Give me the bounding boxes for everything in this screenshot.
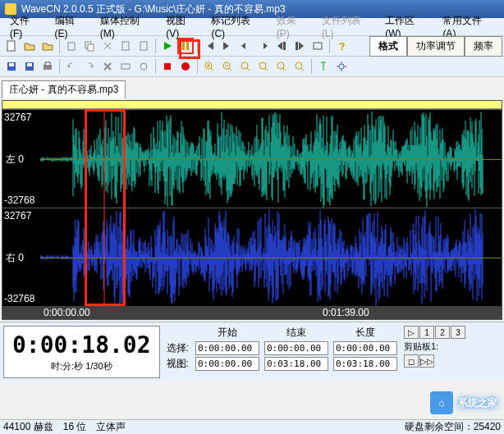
- view-length-input[interactable]: [333, 357, 397, 371]
- channel-left-label: 左 0: [6, 152, 24, 166]
- zoom-out-button[interactable]: [219, 58, 236, 75]
- time-start: 0:00:00.00: [44, 307, 90, 318]
- svg-rect-5: [140, 42, 147, 50]
- svg-rect-6: [182, 42, 185, 50]
- mini-tab-3[interactable]: 3: [451, 326, 465, 339]
- col-end: 结束: [264, 326, 328, 340]
- cursor-right-button[interactable]: [255, 38, 272, 54]
- row-view-label: 视图:: [167, 357, 190, 371]
- open2-button[interactable]: [39, 38, 56, 54]
- toolbar-separator: [197, 59, 198, 74]
- play-button[interactable]: [159, 38, 176, 54]
- property-tabs: 格式 功率调节 频率: [369, 36, 502, 57]
- toolbar-separator: [311, 59, 312, 74]
- paste-button[interactable]: [117, 38, 134, 54]
- settings-button[interactable]: [333, 58, 350, 75]
- toolbar-separator: [155, 59, 156, 74]
- paste2-button[interactable]: [135, 38, 152, 54]
- record-button[interactable]: [177, 58, 194, 75]
- svg-rect-10: [9, 63, 14, 66]
- delete-button[interactable]: [99, 58, 116, 75]
- menu-bar: 文件(F) 编辑(E) 媒体控制(M) 视图(V) 标记列表(C) 效果(P) …: [0, 18, 504, 36]
- menu-media[interactable]: 媒体控制(M): [94, 12, 160, 41]
- watermark-icon: ⌂: [430, 391, 453, 414]
- help-button[interactable]: ?: [333, 38, 350, 54]
- col-length: 长度: [333, 326, 397, 340]
- mini-play-button[interactable]: ▷: [404, 326, 419, 339]
- zoom-sel-button[interactable]: [237, 58, 254, 75]
- time-ruler[interactable]: 0:00:00.00 0:01:39.00: [2, 306, 502, 319]
- svg-point-24: [296, 62, 302, 69]
- selection-grid: 开始 结束 长度 选择: 视图:: [167, 326, 397, 371]
- mini-fwd-button[interactable]: ▷▷: [419, 354, 434, 368]
- zoom-vout-button[interactable]: [291, 58, 308, 75]
- col-start: 开始: [195, 326, 259, 340]
- sel-range-button[interactable]: [309, 38, 326, 54]
- cut-button[interactable]: [99, 38, 116, 54]
- svg-point-16: [140, 63, 147, 70]
- copy2-button[interactable]: [81, 38, 98, 54]
- menu-edit[interactable]: 编辑(E): [48, 12, 94, 41]
- view-start-input[interactable]: [195, 357, 259, 371]
- mini-stop-button[interactable]: ◻: [404, 354, 419, 368]
- prev-mark-button[interactable]: [273, 38, 290, 54]
- channel-left[interactable]: 32767 -32768 左 0: [2, 109, 502, 208]
- tool-button[interactable]: [135, 58, 152, 75]
- pause-button[interactable]: [177, 38, 194, 54]
- waveform-area[interactable]: 32767 -32768 左 0 32767 -32768 右 0 0:00:0…: [2, 100, 502, 320]
- status-bar: 44100 赫兹 16 位 立体声 硬盘剩余空间：25420: [0, 419, 504, 434]
- zoom-full-button[interactable]: [255, 58, 272, 75]
- mini-tab-1[interactable]: 1: [419, 326, 434, 339]
- save-button[interactable]: [3, 58, 20, 75]
- menu-file[interactable]: 文件(F): [3, 12, 48, 41]
- trim-button[interactable]: [117, 58, 134, 75]
- svg-point-18: [181, 62, 190, 71]
- ruler-top[interactable]: [2, 101, 502, 109]
- toolbar-separator: [59, 59, 60, 74]
- svg-rect-7: [186, 42, 189, 50]
- goto-end-button[interactable]: [219, 38, 236, 54]
- svg-text:?: ?: [339, 41, 345, 52]
- tab-power[interactable]: 功率调节: [407, 36, 465, 57]
- sel-start-input[interactable]: [195, 341, 259, 355]
- sel-length-input[interactable]: [333, 341, 397, 355]
- toolbar-separator: [329, 39, 330, 53]
- svg-point-22: [259, 62, 266, 69]
- copy-button[interactable]: [63, 38, 80, 54]
- new-button[interactable]: [3, 38, 20, 54]
- view-end-input[interactable]: [264, 357, 328, 371]
- mini-tab-2[interactable]: 2: [435, 326, 450, 339]
- next-mark-button[interactable]: [291, 38, 308, 54]
- zoom-in-button[interactable]: [201, 58, 218, 75]
- watermark: ⌂ 系统之家: [430, 391, 497, 414]
- current-time: 0:00:18.02: [12, 331, 151, 359]
- status-disk: 硬盘剩余空间：25420: [405, 420, 501, 434]
- clipboard-label: 剪贴板1:: [404, 340, 465, 353]
- row-select-label: 选择:: [167, 341, 190, 355]
- print-button[interactable]: [39, 58, 56, 75]
- file-tab-bar: 庄心妍 - 真的不容易.mp3: [0, 77, 504, 98]
- channel-right[interactable]: 32767 -32768 右 0: [2, 208, 502, 306]
- menu-effect[interactable]: 效果(P): [270, 12, 315, 41]
- stop-button[interactable]: [159, 58, 176, 75]
- svg-rect-12: [27, 63, 32, 66]
- tab-freq[interactable]: 频率: [465, 36, 502, 57]
- channel-right-label: 右 0: [6, 250, 24, 264]
- tab-format[interactable]: 格式: [369, 36, 407, 57]
- menu-marklist[interactable]: 标记列表(C): [204, 12, 269, 41]
- sel-end-input[interactable]: [264, 341, 328, 355]
- redo-button[interactable]: [81, 58, 98, 75]
- zoom-vin-button[interactable]: [273, 58, 290, 75]
- svg-point-25: [339, 64, 344, 69]
- file-tab[interactable]: 庄心妍 - 真的不容易.mp3: [2, 80, 126, 98]
- save-as-button[interactable]: [21, 58, 38, 75]
- menu-view[interactable]: 视图(V): [159, 12, 204, 41]
- toolbar-secondary: [0, 57, 504, 77]
- time-end: 0:01:39.00: [323, 307, 369, 318]
- marker-button[interactable]: [315, 58, 332, 75]
- time-display: 0:00:18.02 时:分:秒 1/30秒: [3, 326, 160, 378]
- open-button[interactable]: [21, 38, 38, 54]
- undo-button[interactable]: [63, 58, 80, 75]
- cursor-left-button[interactable]: [237, 38, 254, 54]
- goto-start-button[interactable]: [201, 38, 218, 54]
